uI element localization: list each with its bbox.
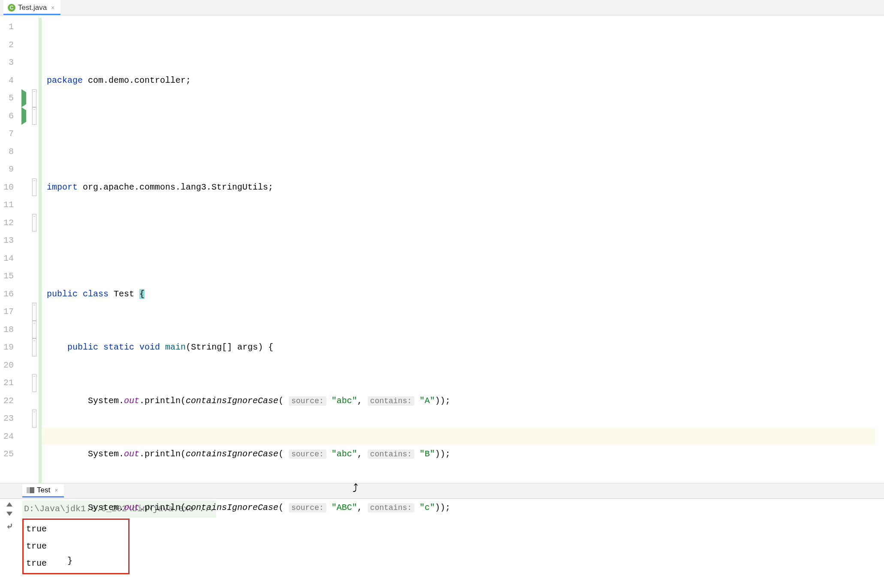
output-line: true (26, 555, 47, 572)
fold-toggle-icon[interactable] (32, 107, 36, 125)
editor-gutter: 1234567891011121314151617181920212223242… (0, 15, 39, 483)
code-content[interactable]: package com.demo.controller; import org.… (42, 15, 884, 483)
fold-gutter-column[interactable] (30, 15, 39, 483)
editor-tab-bar: C Test.java × (0, 0, 884, 15)
fold-toggle-icon[interactable] (32, 303, 36, 321)
output-line: true (26, 538, 47, 555)
layout-icon (27, 487, 34, 493)
scroll-up-icon[interactable] (6, 502, 12, 507)
fold-toggle-icon[interactable] (32, 374, 36, 392)
fold-toggle-icon[interactable] (32, 321, 36, 339)
run-line-icon[interactable] (21, 107, 26, 125)
fold-toggle-icon[interactable] (32, 89, 36, 107)
close-tab-icon[interactable]: × (49, 4, 56, 11)
file-tab-label: Test.java (18, 3, 47, 12)
scroll-down-icon[interactable] (6, 512, 12, 516)
class-file-icon: C (8, 4, 15, 12)
file-tab[interactable]: C Test.java × (3, 0, 60, 15)
console-toolbar: ⤶ (0, 499, 19, 576)
code-editor[interactable]: 1234567891011121314151617181920212223242… (0, 15, 884, 483)
soft-wrap-icon[interactable]: ⤶ (6, 521, 13, 531)
output-line: true (26, 521, 47, 538)
run-line-icon[interactable] (21, 89, 26, 107)
fold-toggle-icon[interactable] (32, 214, 36, 232)
line-numbers[interactable]: 1234567891011121314151617181920212223242… (0, 15, 17, 483)
fold-toggle-icon[interactable] (32, 338, 36, 356)
current-line-highlight (42, 428, 875, 446)
fold-toggle-icon[interactable] (32, 410, 36, 428)
fold-toggle-icon[interactable] (32, 178, 36, 196)
run-gutter-column[interactable] (17, 15, 30, 483)
